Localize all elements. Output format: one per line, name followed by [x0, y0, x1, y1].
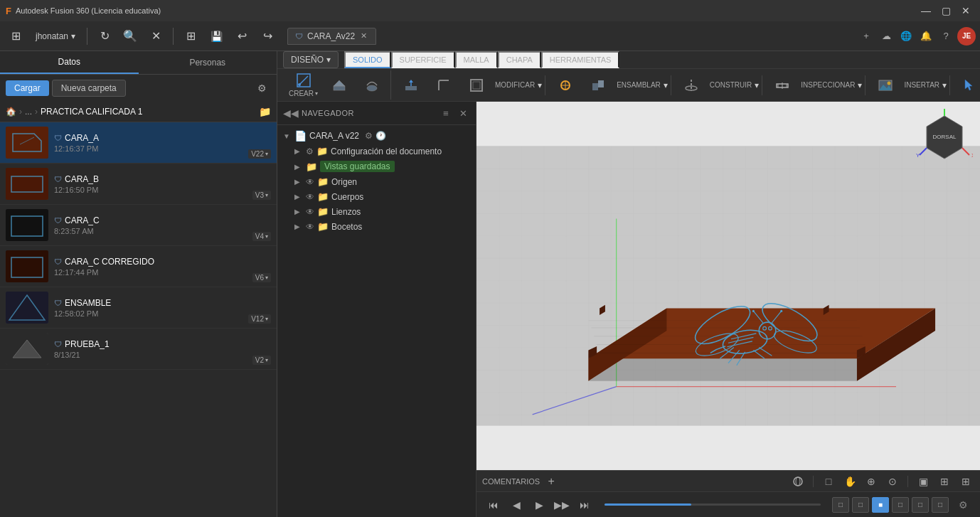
select-button[interactable]: [954, 75, 980, 95]
grid-toggle-button[interactable]: ⊞: [936, 473, 953, 490]
file-version[interactable]: V6 ▾: [252, 273, 271, 282]
document-tab[interactable]: 🛡 CARA_Av22 ✕: [287, 28, 376, 45]
pan-button[interactable]: ✋: [841, 473, 858, 490]
tab-solido[interactable]: SOLIDO: [344, 51, 391, 68]
user-avatar[interactable]: JE: [957, 27, 976, 46]
file-version[interactable]: V22 ▾: [248, 149, 271, 159]
playbar-settings-button[interactable]: ⚙: [954, 496, 971, 513]
shell-button[interactable]: [461, 75, 492, 95]
list-item[interactable]: 🛡 CARA_C 8:23:57 AM V4 ▾: [0, 205, 277, 246]
nav-item-lienzos[interactable]: ▶ 👁 📁 Lienzos: [277, 204, 476, 219]
cloud-sync-button[interactable]: ☁: [878, 28, 895, 45]
display-mode-button[interactable]: ▣: [915, 473, 932, 490]
frame-tool-1[interactable]: □: [832, 497, 849, 513]
help-button[interactable]: ?: [937, 28, 954, 45]
user-menu[interactable]: jhonatan ▾: [30, 28, 81, 44]
zoom-fit-button[interactable]: ⊙: [884, 473, 901, 490]
first-frame-button[interactable]: ⏮: [485, 496, 502, 513]
home-icon[interactable]: 🏠: [6, 107, 16, 117]
nav-close-button[interactable]: ✕: [456, 106, 470, 120]
list-item[interactable]: 🛡 CARA_C CORREGIDO 12:17:44 PM V6 ▾: [0, 246, 277, 287]
nav-root-clock-icon[interactable]: 🕐: [376, 131, 386, 141]
axis-indicator[interactable]: DORSAL X Z Y: [916, 109, 973, 166]
bc-dots[interactable]: ...: [25, 107, 32, 117]
nueva-carpeta-button[interactable]: Nueva carpeta: [52, 80, 126, 97]
frame-tool-5[interactable]: □: [912, 497, 929, 513]
file-version[interactable]: V2 ▾: [252, 356, 271, 365]
frame-tool-6[interactable]: □: [932, 497, 949, 513]
tab-close-button[interactable]: ✕: [359, 31, 368, 41]
last-frame-button[interactable]: ⏭: [576, 496, 593, 513]
prev-frame-button[interactable]: ◀: [508, 496, 525, 513]
list-item[interactable]: 🛡 PRUEBA_1 8/13/21 V2 ▾: [0, 329, 277, 370]
inspeccionar-arrow-icon: ▾: [858, 80, 862, 90]
sidebar-settings-button[interactable]: ⚙: [252, 79, 271, 97]
tab-datos[interactable]: Datos: [0, 51, 139, 74]
assemble-button[interactable]: [582, 75, 614, 95]
tab-malla[interactable]: MALLA: [455, 51, 498, 68]
timeline[interactable]: [604, 503, 821, 506]
nav-item-bocetos[interactable]: ▶ 👁 📁 Bocetos: [277, 219, 476, 234]
insert-image-button[interactable]: [870, 75, 901, 95]
nav-item-cuerpos[interactable]: ▶ 👁 📁 Cuerpos: [277, 189, 476, 204]
close-panel-button[interactable]: ✕: [144, 25, 167, 48]
nav-cuerpos-eye-icon[interactable]: 👁: [306, 192, 314, 202]
refresh-button[interactable]: ↻: [93, 25, 116, 48]
next-frame-button[interactable]: ▶▶: [553, 496, 570, 513]
3d-viewport[interactable]: DORSAL X Z Y: [476, 102, 980, 470]
file-version[interactable]: V4 ▾: [252, 232, 271, 241]
file-version[interactable]: V3 ▾: [252, 191, 271, 200]
cargar-button[interactable]: Cargar: [6, 80, 49, 96]
zoom-in-button[interactable]: ⊕: [863, 473, 880, 490]
bc-folder-icon[interactable]: 📁: [259, 106, 271, 117]
tab-herramientas[interactable]: HERRAMIENTAS: [541, 51, 620, 68]
tab-superficie[interactable]: SUPERFICIE: [391, 51, 455, 68]
nav-item-config[interactable]: ▶ ⚙ 📁 Configuración del documento: [277, 144, 476, 159]
measure-button[interactable]: [767, 75, 798, 95]
frame-tool-3[interactable]: ■: [872, 497, 889, 513]
nav-root-gear-icon[interactable]: ⚙: [365, 131, 373, 141]
extrude-button[interactable]: [324, 75, 355, 95]
globe-button[interactable]: 🌐: [898, 28, 915, 45]
list-item[interactable]: 🛡 ENSAMBLE 12:58:02 PM V12 ▾: [0, 287, 277, 329]
tab-chapa[interactable]: CHAPA: [498, 51, 541, 68]
nav-back-button[interactable]: ◀◀: [283, 107, 299, 119]
redo-button[interactable]: ↪: [256, 25, 279, 48]
nav-lienzos-folder-icon: 📁: [317, 206, 329, 217]
box-view-button[interactable]: □: [820, 473, 837, 490]
close-button[interactable]: ✕: [957, 2, 974, 19]
tab-personas[interactable]: Personas: [139, 51, 277, 74]
undo-button[interactable]: ↩: [230, 25, 253, 48]
revolve-button[interactable]: [356, 75, 388, 95]
minimize-button[interactable]: —: [917, 2, 934, 19]
fillet-button[interactable]: [428, 75, 459, 95]
joint-button[interactable]: [550, 75, 581, 95]
nav-bocetos-eye-icon[interactable]: 👁: [306, 222, 314, 232]
design-dropdown-button[interactable]: DISEÑO ▾: [283, 51, 339, 68]
maximize-button[interactable]: ▢: [937, 2, 954, 19]
apps-grid-icon[interactable]: ⊞: [4, 25, 27, 48]
nav-origen-eye-icon[interactable]: 👁: [306, 177, 314, 187]
nav-root-item[interactable]: ▼ 📄 CARA_A v22 ⚙ 🕐: [277, 128, 476, 144]
list-item[interactable]: 🛡 CARA_A 12:16:37 PM V22 ▾: [0, 122, 277, 164]
nav-item-origen[interactable]: ▶ 👁 📁 Origen: [277, 174, 476, 189]
nav-lienzos-eye-icon[interactable]: 👁: [306, 207, 314, 217]
frame-tool-2[interactable]: □: [852, 497, 869, 513]
search-button[interactable]: 🔍: [119, 25, 142, 48]
grid-view-button[interactable]: ⊞: [179, 25, 202, 48]
plane-button[interactable]: [676, 75, 707, 95]
create-sketch-button[interactable]: CREAR ▾: [284, 70, 322, 100]
bell-button[interactable]: 🔔: [917, 28, 934, 45]
play-button[interactable]: ▶: [531, 496, 548, 513]
file-version[interactable]: V12 ▾: [248, 314, 271, 324]
view-options-button[interactable]: ⊞: [957, 473, 974, 490]
save-button[interactable]: 💾: [205, 25, 228, 48]
press-pull-button[interactable]: [395, 75, 427, 95]
add-comment-button[interactable]: +: [544, 474, 558, 489]
frame-tool-4[interactable]: □: [892, 497, 909, 513]
add-tab-button[interactable]: +: [858, 28, 875, 45]
nav-options-button[interactable]: ≡: [439, 106, 453, 120]
nav-item-vistas[interactable]: ▶ 📁 Vistas guardadas: [277, 159, 476, 174]
orbit-button[interactable]: [789, 473, 806, 490]
list-item[interactable]: 🛡 CARA_B 12:16:50 PM V3 ▾: [0, 164, 277, 205]
